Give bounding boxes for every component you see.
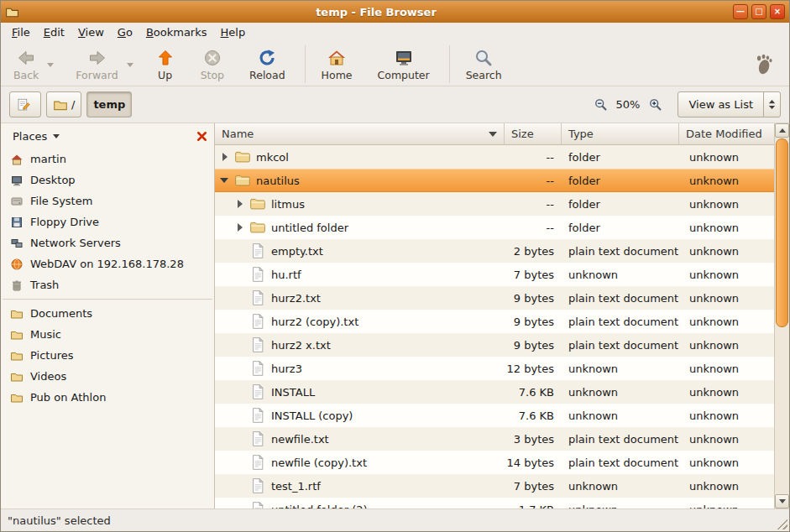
column-header-date[interactable]: Date Modified xyxy=(679,123,774,145)
table-row[interactable]: hurz2 x.txt9 bytesplain text documentunk… xyxy=(215,333,774,357)
path-current-button[interactable]: temp xyxy=(86,91,132,117)
sidebar-item-martin[interactable]: martin xyxy=(1,149,214,170)
table-row[interactable]: hurz312 bytesunknownunknown xyxy=(215,357,774,380)
maximize-button[interactable]: □ xyxy=(751,4,766,19)
stop-button[interactable]: Stop xyxy=(195,44,230,85)
webdav-icon xyxy=(10,258,24,271)
table-row[interactable]: hurz2.txt9 bytesplain text documentunkno… xyxy=(215,286,774,310)
file-modified: unknown xyxy=(679,427,774,451)
edit-location-button[interactable] xyxy=(9,91,41,117)
sidebar-header: Places xyxy=(1,123,214,149)
up-button[interactable]: Up xyxy=(149,44,181,85)
sidebar-item-trash[interactable]: Trash xyxy=(1,274,214,295)
file-modified: unknown xyxy=(679,239,774,263)
titlebar[interactable]: temp - File Browser — □ × xyxy=(1,1,789,23)
table-row[interactable]: newfile (copy).txt14 bytesplain text doc… xyxy=(215,451,774,474)
back-history-dropdown[interactable] xyxy=(44,44,56,85)
location-bar: / temp 50% View as List xyxy=(1,86,789,123)
table-row[interactable]: hurz2 (copy).txt9 bytesplain text docume… xyxy=(215,310,774,333)
indent-spacer xyxy=(235,246,246,257)
sidebar-item-file-system[interactable]: File System xyxy=(1,190,214,211)
sort-descending-icon xyxy=(489,132,497,141)
menu-file[interactable]: File xyxy=(5,24,37,40)
table-row[interactable]: untitled folder--folderunknown xyxy=(215,216,774,239)
collapsed-expander-icon[interactable] xyxy=(220,152,231,163)
combo-stepper-icon[interactable] xyxy=(763,92,780,117)
scroll-down-button[interactable] xyxy=(775,494,789,509)
resize-grip[interactable] xyxy=(775,517,787,529)
sidebar-item-music[interactable]: Music xyxy=(1,324,214,345)
forward-button[interactable]: Forward xyxy=(70,44,123,85)
scrollbar-track[interactable] xyxy=(775,138,789,494)
sidebar-item-desktop[interactable]: Desktop xyxy=(1,170,214,190)
table-row[interactable]: mkcol--folderunknown xyxy=(215,145,774,169)
table-row[interactable]: test_1.rtf7 bytesunknownunknown xyxy=(215,474,774,498)
file-modified: unknown xyxy=(679,145,774,169)
expanded-expander-icon[interactable] xyxy=(220,175,231,186)
close-button[interactable]: × xyxy=(770,4,785,19)
search-button[interactable]: Search xyxy=(460,44,508,85)
sidebar-item-webdav-on-192-168-178-28[interactable]: WebDAV on 192.168.178.28 xyxy=(1,253,214,274)
table-row[interactable]: nautilus--folderunknown xyxy=(215,169,774,192)
table-row[interactable]: newfile.txt3 bytesplain text documentunk… xyxy=(215,427,774,451)
arrow-up-icon xyxy=(155,48,175,68)
back-button[interactable]: Back xyxy=(8,44,44,85)
file-list-area: NameSizeTypeDate Modified mkcol--folderu… xyxy=(215,123,789,509)
table-row[interactable]: INSTALL7.6 KBunknownunknown xyxy=(215,380,774,404)
sidebar-item-pictures[interactable]: Pictures xyxy=(1,345,214,366)
file-name: nautilus xyxy=(256,175,300,187)
close-sidebar-icon[interactable] xyxy=(195,129,209,143)
places-dropdown[interactable]: Places xyxy=(6,128,66,145)
menu-bookmarks[interactable]: Bookmarks xyxy=(139,24,214,40)
table-row[interactable]: untitled folder (2)1.7 KBunknownunknown xyxy=(215,498,774,509)
stop-icon xyxy=(202,48,222,68)
scroll-up-button[interactable] xyxy=(775,123,789,138)
menu-edit[interactable]: Edit xyxy=(37,24,71,40)
table-row[interactable]: hu.rtf7 bytesunknownunknown xyxy=(215,263,774,286)
home-button[interactable]: Home xyxy=(316,44,358,85)
path-root-button[interactable]: / xyxy=(46,91,81,117)
places-list: martinDesktopFile SystemFloppy DriveNetw… xyxy=(1,149,214,408)
indent-spacer xyxy=(235,410,246,421)
file-browser-app-icon xyxy=(5,5,19,19)
menu-help[interactable]: Help xyxy=(214,24,253,40)
table-row[interactable]: INSTALL (copy)7.6 KBunknownunknown xyxy=(215,404,774,427)
column-header-type[interactable]: Type xyxy=(562,123,679,145)
file-icon xyxy=(249,360,266,377)
zoom-out-icon[interactable] xyxy=(594,97,608,112)
file-icon xyxy=(249,383,266,400)
place-label: Desktop xyxy=(30,174,76,186)
indent-spacer xyxy=(235,387,246,398)
file-icon xyxy=(249,266,266,283)
file-type: unknown xyxy=(562,404,679,427)
name-cell: untitled folder xyxy=(215,216,505,239)
stop-group: Stop xyxy=(195,44,230,85)
sidebar-item-videos[interactable]: Videos xyxy=(1,366,214,387)
home-button-label: Home xyxy=(322,69,353,81)
sidebar-item-pub-on-athlon[interactable]: Pub on Athlon xyxy=(1,387,214,408)
forward-history-dropdown[interactable] xyxy=(124,44,136,85)
file-type: unknown xyxy=(562,357,679,380)
table-row[interactable]: litmus--folderunknown xyxy=(215,192,774,216)
table-row[interactable]: empty.txt2 bytesplain text documentunkno… xyxy=(215,239,774,263)
sidebar-item-documents[interactable]: Documents xyxy=(1,303,214,324)
sidebar-item-network-servers[interactable]: Network Servers xyxy=(1,232,214,253)
zoom-in-icon[interactable] xyxy=(648,97,662,112)
vertical-scrollbar[interactable] xyxy=(774,123,789,509)
sidebar-item-floppy-drive[interactable]: Floppy Drive xyxy=(1,211,214,232)
reload-button[interactable]: Reload xyxy=(243,44,291,85)
menu-view[interactable]: View xyxy=(71,24,111,40)
column-header-size[interactable]: Size xyxy=(505,123,562,145)
column-header-label: Type xyxy=(568,128,594,140)
minimize-button[interactable]: — xyxy=(733,4,748,19)
menu-go[interactable]: Go xyxy=(111,24,139,40)
reload-group: Reload xyxy=(243,44,291,85)
computer-button[interactable]: Computer xyxy=(372,44,436,85)
collapsed-expander-icon[interactable] xyxy=(235,199,246,210)
collapsed-expander-icon[interactable] xyxy=(235,222,246,233)
view-mode-select[interactable]: View as List xyxy=(678,91,781,117)
column-header-name[interactable]: Name xyxy=(215,123,505,145)
place-label: Network Servers xyxy=(30,237,121,249)
scrollbar-thumb[interactable] xyxy=(776,138,788,327)
home-icon xyxy=(327,48,347,68)
